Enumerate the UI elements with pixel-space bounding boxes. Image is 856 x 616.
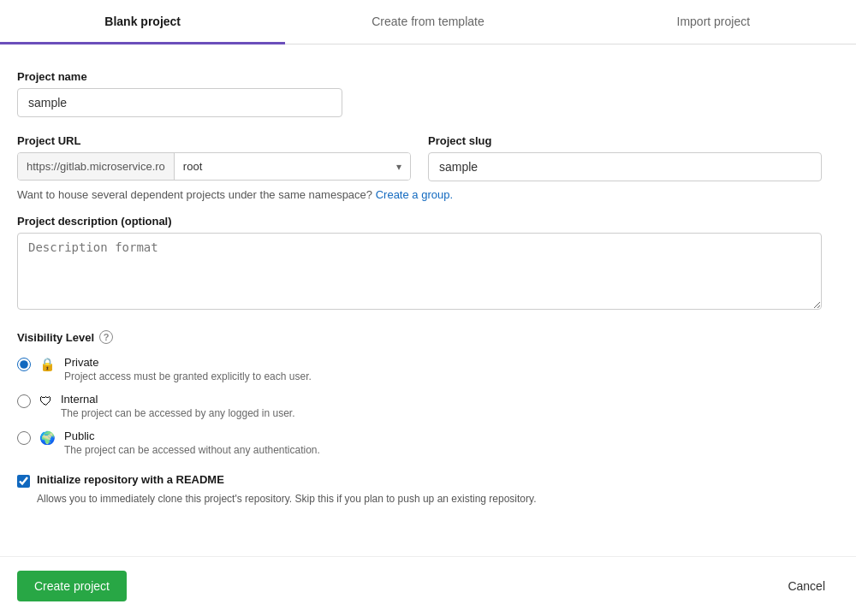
internal-icon: 🛡 (39, 394, 52, 408)
create-group-link[interactable]: Create a group. (376, 188, 453, 201)
internal-content: Internal The project can be accessed by … (61, 393, 295, 419)
visibility-internal-radio[interactable] (17, 394, 31, 408)
create-project-button[interactable]: Create project (17, 571, 127, 601)
tab-create-from-template[interactable]: Create from template (285, 1, 570, 44)
init-readme-checkbox[interactable] (17, 475, 30, 488)
tab-blank-project[interactable]: Blank project (0, 1, 285, 44)
bottom-bar: Create project Cancel (0, 556, 856, 615)
visibility-internal-item: 🛡 Internal The project can be accessed b… (17, 393, 822, 419)
private-content: Private Project access must be granted e… (64, 356, 312, 382)
url-select-wrapper: root (175, 153, 410, 180)
init-readme-desc: Allows you to immediately clone this pro… (37, 493, 822, 505)
project-slug-group: Project slug (428, 134, 822, 181)
project-url-label: Project URL (17, 134, 411, 147)
public-content: Public The project can be accessed witho… (64, 429, 320, 456)
init-readme-label: Initialize repository with a README (37, 473, 224, 486)
visibility-help-icon[interactable]: ? (99, 330, 113, 344)
tab-bar: Blank project Create from template Impor… (0, 0, 856, 44)
url-input-row: https://gitlab.microservice.ro root (17, 152, 411, 181)
description-label: Project description (optional) (17, 215, 822, 228)
description-group: Project description (optional) (17, 215, 822, 313)
url-base-text: https://gitlab.microservice.ro (18, 153, 175, 180)
visibility-public-item: 🌍 Public The project can be accessed wit… (17, 429, 822, 456)
form-content: Project name Project URL https://gitlab.… (0, 44, 839, 539)
namespace-select[interactable]: root (175, 153, 410, 180)
private-icon: 🔒 (39, 357, 56, 372)
init-readme-row: Initialize repository with a README (17, 473, 822, 488)
public-icon: 🌍 (39, 430, 56, 446)
internal-label: Internal (61, 393, 295, 406)
visibility-title: Visibility Level ? (17, 330, 822, 344)
private-label: Private (64, 356, 312, 369)
visibility-private-radio[interactable] (17, 358, 31, 371)
project-name-group: Project name (17, 70, 822, 117)
project-url-group: Project URL https://gitlab.microservice.… (17, 134, 411, 181)
cancel-button[interactable]: Cancel (774, 571, 839, 601)
project-slug-label: Project slug (428, 134, 822, 147)
init-readme-group: Initialize repository with a README Allo… (17, 473, 822, 505)
namespace-helper-text: Want to house several dependent projects… (17, 188, 822, 201)
description-input[interactable] (17, 233, 822, 310)
public-label: Public (64, 429, 320, 442)
private-desc: Project access must be granted explicitl… (64, 370, 312, 382)
project-name-input[interactable] (17, 88, 342, 117)
project-slug-input[interactable] (428, 152, 822, 181)
tab-import-project[interactable]: Import project (571, 1, 856, 44)
visibility-private-item: 🔒 Private Project access must be granted… (17, 356, 822, 382)
internal-desc: The project can be accessed by any logge… (61, 407, 295, 419)
url-slug-row: Project URL https://gitlab.microservice.… (17, 134, 822, 181)
public-desc: The project can be accessed without any … (64, 444, 320, 456)
visibility-group: Visibility Level ? 🔒 Private Project acc… (17, 330, 822, 456)
project-name-label: Project name (17, 70, 822, 83)
visibility-radio-group: 🔒 Private Project access must be granted… (17, 356, 822, 456)
visibility-public-radio[interactable] (17, 431, 31, 445)
